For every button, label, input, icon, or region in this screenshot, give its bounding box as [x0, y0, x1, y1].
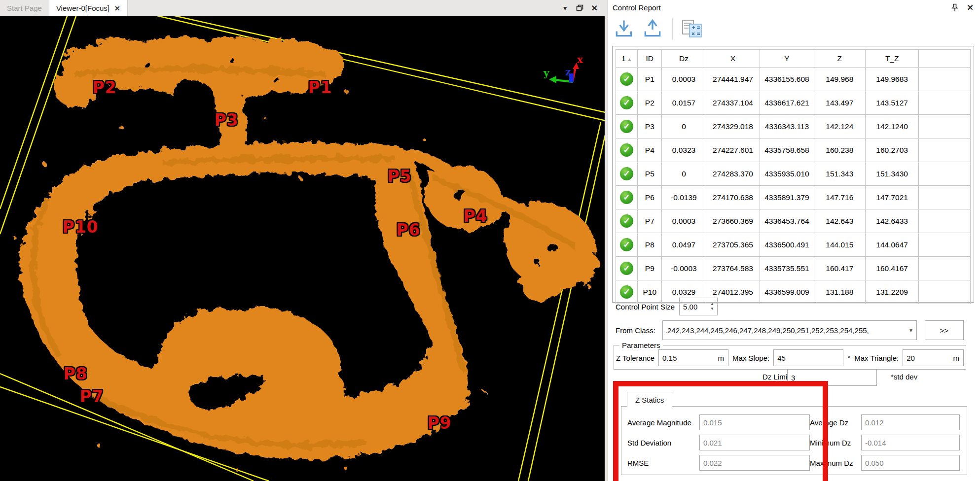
tab-start-page[interactable]: Start Page	[0, 0, 49, 16]
max-triangle-unit: m	[953, 354, 960, 362]
spinner-arrows-icon[interactable]: ▲▼	[707, 302, 717, 311]
table-row-p8[interactable]: ✓P80.0497273705.3654336500.491144.015144…	[616, 233, 971, 257]
cell-x[interactable]: 274227.601	[706, 138, 760, 162]
table-row-p2[interactable]: ✓P20.0157274337.1044336617.621143.497143…	[616, 91, 971, 115]
cell-y[interactable]: 4335891.379	[760, 186, 814, 209]
cell-x[interactable]: 274170.638	[706, 186, 760, 209]
table-row-p7[interactable]: ✓P70.0003273660.3694336453.764142.643142…	[616, 209, 971, 233]
cell-y[interactable]: 4336155.608	[760, 68, 814, 91]
cell-x[interactable]: 274337.104	[706, 91, 760, 115]
cell-t_z[interactable]: 142.1240	[866, 115, 919, 138]
table-row-p5[interactable]: ✓P50274283.3704335935.010151.343151.3430	[616, 162, 971, 186]
table-row-p4[interactable]: ✓P40.0323274227.6014335758.658160.238160…	[616, 138, 971, 162]
cell-x[interactable]: 274441.947	[706, 68, 760, 91]
cell-t_z[interactable]: 131.2209	[866, 280, 919, 304]
close-panel-icon[interactable]: ✕	[967, 3, 974, 12]
cell-y[interactable]: 4335758.658	[760, 138, 814, 162]
cell-z[interactable]: 144.015	[814, 233, 866, 257]
column-header-1[interactable]: 1 ▲	[616, 50, 638, 68]
import-control-points-icon[interactable]	[613, 18, 635, 41]
table-row-p1[interactable]: ✓P10.0003274441.9474336155.608149.968149…	[616, 68, 971, 91]
cell-t_z[interactable]: 143.5127	[866, 91, 919, 115]
cell-dz[interactable]: -0.0003	[662, 257, 706, 280]
cell-id[interactable]: P6	[638, 186, 662, 209]
cell-x[interactable]: 274329.018	[706, 115, 760, 138]
close-viewer-icon[interactable]: ✕	[591, 4, 598, 12]
cell-z[interactable]: 143.497	[814, 91, 866, 115]
cell-z[interactable]: 149.968	[814, 68, 866, 91]
cell-z[interactable]: 147.716	[814, 186, 866, 209]
export-control-points-icon[interactable]	[642, 18, 663, 41]
cell-dz[interactable]: 0.0157	[662, 91, 706, 115]
viewer-canvas[interactable]: z x y P1P2P3P4P5P6P7P8P9P10	[0, 16, 605, 481]
dz-limit-input[interactable]: 3	[787, 369, 877, 386]
from-class-dropdown[interactable]: .242,243,244,245,246,247,248,249,250,251…	[662, 320, 917, 340]
cell-z[interactable]: 151.343	[814, 162, 866, 186]
pin-icon[interactable]	[951, 3, 958, 12]
column-header-id[interactable]: ID	[638, 50, 662, 68]
cell-t_z[interactable]: 142.6433	[866, 209, 919, 233]
cell-y[interactable]: 4336500.491	[760, 233, 814, 257]
cell-y[interactable]: 4336617.621	[760, 91, 814, 115]
cell-z[interactable]: 131.188	[814, 280, 866, 304]
table-row-p9[interactable]: ✓P9-0.0003273764.5834335735.551160.41716…	[616, 257, 971, 280]
cell-x[interactable]: 274283.370	[706, 162, 760, 186]
dropdown-arrow-icon[interactable]: ▼	[906, 328, 916, 333]
class-select-button[interactable]: >>	[925, 320, 964, 340]
cell-x[interactable]: 273705.365	[706, 233, 760, 257]
cell-dz[interactable]: 0	[662, 162, 706, 186]
cell-y[interactable]: 4335735.551	[760, 257, 814, 280]
cell-id[interactable]: P8	[638, 233, 662, 257]
cell-z[interactable]: 142.124	[814, 115, 866, 138]
cell-dz[interactable]: -0.0139	[662, 186, 706, 209]
z-statics-groupbox: Average Magnitude 0.015 Average Dz 0.012…	[621, 406, 967, 475]
column-header-y[interactable]: Y	[760, 50, 814, 68]
rmse-value: 0.022	[699, 455, 810, 471]
cell-x[interactable]: 273764.583	[706, 257, 760, 280]
table-row-p3[interactable]: ✓P30274329.0184336343.113142.124142.1240	[616, 115, 971, 138]
cell-dz[interactable]: 0.0323	[662, 138, 706, 162]
cell-id[interactable]: P2	[638, 91, 662, 115]
cell-t_z[interactable]: 144.0647	[866, 233, 919, 257]
cell-z[interactable]: 160.417	[814, 257, 866, 280]
cell-id[interactable]: P7	[638, 209, 662, 233]
column-header-x[interactable]: X	[706, 50, 760, 68]
cell-id[interactable]: P3	[638, 115, 662, 138]
max-slope-input[interactable]: 45	[773, 349, 843, 366]
cell-id[interactable]: P9	[638, 257, 662, 280]
cell-y[interactable]: 4336453.764	[760, 209, 814, 233]
cell-t_z[interactable]: 151.3430	[866, 162, 919, 186]
cell-dz[interactable]: 0.0003	[662, 209, 706, 233]
cell-z[interactable]: 142.643	[814, 209, 866, 233]
max-triangle-input[interactable]: 20 m	[903, 349, 964, 366]
table-row-p6[interactable]: ✓P6-0.0139274170.6384335891.379147.71614…	[616, 186, 971, 209]
cell-id[interactable]: P1	[638, 68, 662, 91]
z-tolerance-label: Z Tolerance	[616, 354, 654, 362]
cell-z[interactable]: 160.238	[814, 138, 866, 162]
column-header-dz[interactable]: Dz	[662, 50, 706, 68]
tab-viewer-0[interactable]: Viewer-0[Focus] ✕	[49, 0, 128, 16]
chevron-down-icon[interactable]: ▼	[562, 5, 568, 11]
from-class-row: From Class: .242,243,244,245,246,247,248…	[616, 320, 964, 340]
cell-dz[interactable]: 0.0003	[662, 68, 706, 91]
cell-t_z[interactable]: 147.7021	[866, 186, 919, 209]
report-statistics-icon[interactable]	[682, 19, 702, 39]
cell-t_z[interactable]: 149.9683	[866, 68, 919, 91]
cell-t_z[interactable]: 160.2703	[866, 138, 919, 162]
cell-dz[interactable]: 0	[662, 115, 706, 138]
restore-window-icon[interactable]	[576, 4, 583, 12]
column-header-z[interactable]: Z	[814, 50, 866, 68]
cell-y[interactable]: 4336599.009	[760, 280, 814, 304]
column-header-t_z[interactable]: T_Z	[866, 50, 919, 68]
cell-y[interactable]: 4336343.113	[760, 115, 814, 138]
control-point-size-spinner[interactable]: 5.00 ▲▼	[679, 298, 718, 315]
cell-y[interactable]: 4335935.010	[760, 162, 814, 186]
z-tolerance-input[interactable]: 0.15 m	[658, 349, 728, 366]
cell-t_z[interactable]: 160.4167	[866, 257, 919, 280]
tab-z-statics[interactable]: Z Statics	[627, 392, 672, 408]
cell-x[interactable]: 273660.369	[706, 209, 760, 233]
cell-id[interactable]: P5	[638, 162, 662, 186]
tab-close-icon[interactable]: ✕	[114, 4, 120, 12]
cell-dz[interactable]: 0.0497	[662, 233, 706, 257]
cell-id[interactable]: P4	[638, 138, 662, 162]
